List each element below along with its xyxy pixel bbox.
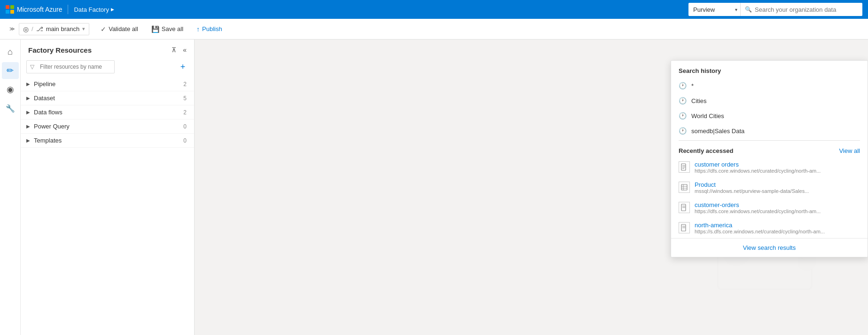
- sidebar-icon-monitor[interactable]: ◉: [2, 81, 19, 98]
- accessed-item-north-america[interactable]: north-america https://s.dfs.core.windows…: [671, 218, 868, 238]
- history-item-3[interactable]: 🕐 somedb|Sales Data: [671, 123, 868, 138]
- validate-icon: ✓: [101, 25, 106, 33]
- git-icon: ◎: [23, 25, 29, 33]
- publish-icon: ↑: [196, 25, 200, 33]
- history-text-1: Cities: [691, 97, 707, 104]
- nav-divider: [68, 5, 68, 14]
- sidebar-icon-manage[interactable]: 🔧: [2, 100, 19, 117]
- pipeline-chevron: ▶: [26, 81, 30, 87]
- recently-accessed-header: Recently accessed View all: [671, 143, 868, 157]
- resource-item-dataset[interactable]: ▶ Dataset 5: [21, 91, 194, 105]
- save-all-button[interactable]: 💾 Save all: [146, 23, 189, 35]
- pipeline-count: 2: [183, 81, 187, 88]
- dataset-label: Dataset: [34, 95, 55, 102]
- data-factory-link[interactable]: Data Factory: [74, 6, 109, 13]
- recently-accessed-title: Recently accessed: [679, 147, 733, 154]
- add-resource-button[interactable]: +: [177, 61, 188, 72]
- customer-orders-2-icon: [679, 202, 690, 213]
- history-clock-icon-0: 🕐: [679, 82, 687, 89]
- customer-orders-2-name: customer-orders: [695, 201, 860, 208]
- view-all-link[interactable]: View all: [839, 147, 860, 154]
- product-name: Product: [695, 181, 860, 188]
- filter-input-wrapper: ▽: [26, 60, 174, 73]
- dataset-chevron: ▶: [26, 96, 30, 101]
- expand-icon[interactable]: ≫: [8, 24, 17, 34]
- azure-logo: Microsoft Azure: [6, 5, 62, 14]
- sidebar-icon-edit[interactable]: ✏: [2, 62, 19, 79]
- product-icon: [679, 182, 690, 193]
- dataflows-label: Data flows: [34, 109, 63, 116]
- history-item-0[interactable]: 🕐 *: [671, 78, 868, 93]
- resource-item-dataflows[interactable]: ▶ Data flows 2: [21, 105, 194, 120]
- resource-panel-header: Factory Resources ⊼ «: [21, 40, 194, 58]
- accessed-item-customer-orders[interactable]: customer orders https://dfs.core.windows…: [671, 157, 868, 177]
- powerquery-chevron: ▶: [26, 124, 30, 129]
- content-area: Search history 🕐 * 🕐 Cities 🕐 World Citi…: [195, 40, 868, 335]
- azure-brand-text: Microsoft Azure: [17, 6, 62, 13]
- breadcrumb-arrow: ▶: [111, 7, 114, 12]
- search-dropdown-panel: Search history 🕐 * 🕐 Cities 🕐 World Citi…: [671, 60, 868, 257]
- history-clock-icon-2: 🕐: [679, 112, 687, 120]
- customer-orders-name: customer orders: [695, 161, 860, 168]
- publish-label: Publish: [202, 25, 222, 32]
- resource-item-pipeline[interactable]: ▶ Pipeline 2: [21, 77, 194, 91]
- dataflows-count: 2: [183, 109, 187, 116]
- filter-input[interactable]: [26, 60, 115, 73]
- resource-item-templates[interactable]: ▶ Templates 0: [21, 134, 194, 148]
- search-history-title: Search history: [671, 61, 868, 78]
- history-text-2: World Cities: [691, 112, 724, 120]
- purview-search-input[interactable]: [740, 3, 862, 16]
- svg-rect-10: [681, 184, 687, 190]
- resource-panel-title: Factory Resources: [28, 46, 92, 54]
- branch-icon: ⎇: [36, 25, 43, 32]
- resource-panel: Factory Resources ⊼ « ▽ + ▶ Pipeline 2: [21, 40, 195, 335]
- close-panel-icon[interactable]: «: [181, 45, 188, 55]
- customer-orders-icon: [679, 161, 690, 173]
- history-item-1[interactable]: 🕐 Cities: [671, 93, 868, 108]
- branch-caret: ▾: [82, 26, 85, 32]
- templates-count: 0: [183, 137, 187, 144]
- templates-chevron: ▶: [26, 138, 30, 143]
- purview-dropdown[interactable]: Purview: [688, 3, 740, 16]
- collapse-icon[interactable]: ⊼: [170, 45, 178, 55]
- sidebar-icons: ⌂ ✏ ◉ 🔧: [0, 40, 21, 335]
- sidebar-icon-home[interactable]: ⌂: [2, 43, 19, 60]
- powerquery-label: Power Query: [34, 123, 70, 130]
- resource-list: ▶ Pipeline 2 ▶ Dataset 5 ▶ Data flows 2: [21, 77, 194, 335]
- nav-breadcrumb[interactable]: Data Factory ▶: [74, 6, 114, 13]
- customer-orders-info: customer orders https://dfs.core.windows…: [695, 161, 860, 174]
- history-text-3: somedb|Sales Data: [691, 128, 744, 135]
- resource-panel-actions: ⊼ «: [170, 45, 188, 55]
- history-item-2[interactable]: 🕐 World Cities: [671, 108, 868, 123]
- purview-dropdown-wrapper[interactable]: Purview: [688, 3, 740, 16]
- save-icon: 💾: [151, 25, 159, 33]
- main-layout: ⌂ ✏ ◉ 🔧 Factory Resources ⊼ « ▽ + ▶: [0, 40, 868, 335]
- history-text-0: *: [691, 82, 694, 89]
- purview-search-wrapper[interactable]: Purview 🔍: [688, 3, 862, 16]
- history-clock-icon-1: 🕐: [679, 97, 687, 104]
- branch-selector[interactable]: ◎ / ⎇ main branch ▾: [19, 23, 89, 35]
- save-label: Save all: [162, 25, 183, 32]
- accessed-item-customer-orders-2[interactable]: customer-orders https://dfs.core.windows…: [671, 198, 868, 218]
- accessed-item-product[interactable]: Product mssql://windows.net/purview-samp…: [671, 177, 868, 198]
- product-info: Product mssql://windows.net/purview-samp…: [695, 181, 860, 194]
- resource-item-powerquery[interactable]: ▶ Power Query 0: [21, 120, 194, 134]
- view-search-results-link[interactable]: View search results: [743, 244, 796, 251]
- north-america-icon: [679, 222, 690, 233]
- filter-row: ▽ +: [21, 58, 194, 77]
- north-america-url: https://s.dfs.core.windows.net/curated/c…: [695, 229, 860, 234]
- publish-button[interactable]: ↑ Publish: [191, 23, 228, 35]
- dropdown-footer[interactable]: View search results: [671, 238, 868, 257]
- customer-orders-2-info: customer-orders https://dfs.core.windows…: [695, 201, 860, 214]
- branch-label: main branch: [46, 25, 80, 32]
- validate-label: Validate all: [109, 25, 138, 32]
- history-clock-icon-3: 🕐: [679, 127, 687, 135]
- dropdown-divider: [679, 140, 860, 141]
- north-america-info: north-america https://s.dfs.core.windows…: [695, 222, 860, 234]
- validate-all-button[interactable]: ✓ Validate all: [95, 23, 144, 35]
- templates-label: Templates: [34, 137, 62, 144]
- toolbar: ≫ ◎ / ⎇ main branch ▾ ✓ Validate all 💾 S…: [0, 19, 868, 40]
- north-america-name: north-america: [695, 222, 860, 229]
- top-navigation: Microsoft Azure Data Factory ▶ Purview 🔍: [0, 0, 868, 19]
- pipeline-label: Pipeline: [34, 80, 55, 88]
